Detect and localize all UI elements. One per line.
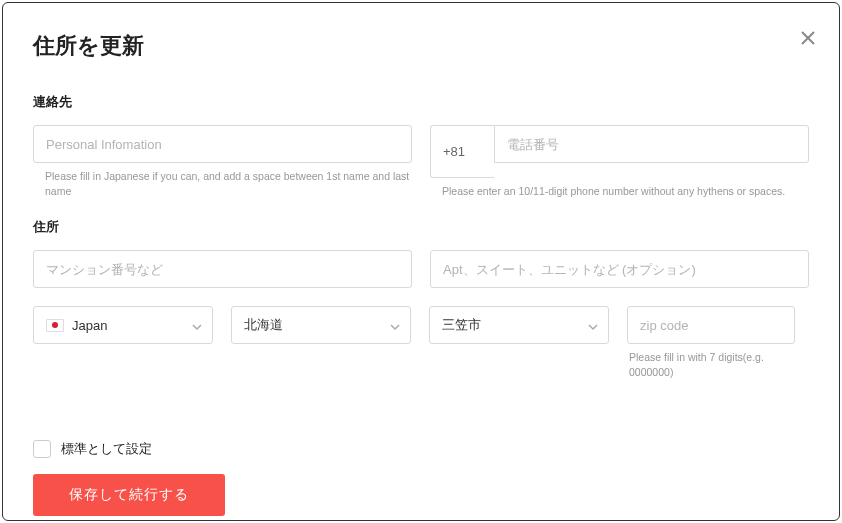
name-input[interactable]	[46, 137, 399, 152]
country-value: Japan	[72, 318, 107, 333]
name-helper: Please fill in Japanese if you can, and …	[33, 169, 412, 198]
section-contact-label: 連絡先	[33, 93, 809, 111]
default-checkbox[interactable]	[33, 440, 51, 458]
default-checkbox-label: 標準として設定	[61, 440, 152, 458]
phone-helper: Please enter an 10/11-digit phone number…	[430, 184, 809, 199]
country-select[interactable]: Japan	[33, 306, 213, 344]
city-select[interactable]: 三笠市	[429, 306, 609, 344]
section-address-label: 住所	[33, 218, 809, 236]
zip-helper: Please fill in with 7 digits(e.g. 000000…	[627, 350, 795, 379]
phone-input[interactable]	[507, 137, 796, 152]
city-value: 三笠市	[442, 316, 481, 334]
phone-input-wrapper	[494, 125, 809, 163]
addr-line2-wrapper	[430, 250, 809, 288]
addr-line1-wrapper	[33, 250, 412, 288]
chevron-down-icon	[390, 320, 400, 330]
zip-input[interactable]	[640, 318, 782, 333]
phone-prefix: +81	[430, 125, 494, 178]
addr-line1-input[interactable]	[46, 262, 399, 277]
close-button[interactable]	[799, 29, 817, 47]
flag-japan-icon	[46, 319, 64, 332]
modal-title: 住所を更新	[33, 31, 809, 61]
zip-input-wrapper	[627, 306, 795, 344]
addr-line2-input[interactable]	[443, 262, 796, 277]
chevron-down-icon	[192, 320, 202, 330]
prefecture-value: 北海道	[244, 316, 283, 334]
name-input-wrapper	[33, 125, 412, 163]
close-icon	[801, 31, 815, 45]
prefecture-select[interactable]: 北海道	[231, 306, 411, 344]
address-update-modal: 住所を更新 連絡先 Please fill in Japanese if you…	[2, 2, 840, 521]
save-button[interactable]: 保存して続行する	[33, 474, 225, 516]
chevron-down-icon	[588, 320, 598, 330]
